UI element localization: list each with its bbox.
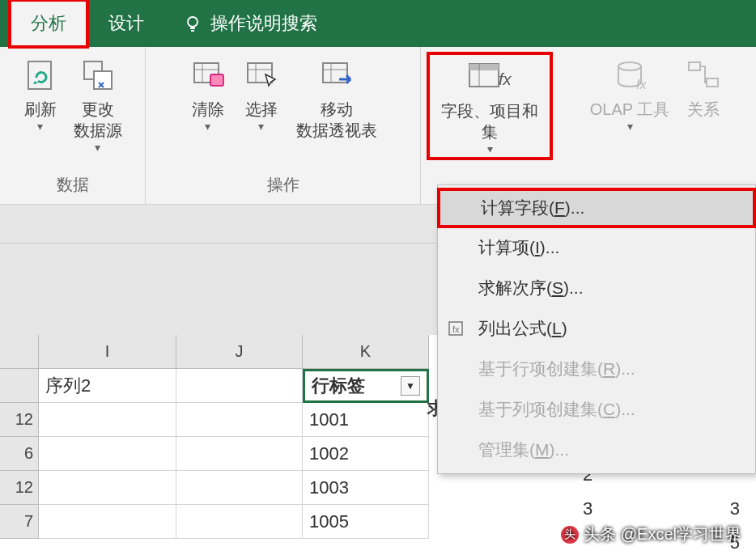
cell[interactable]: [39, 403, 176, 437]
watermark: 头 头条 @Excel学习世界: [561, 523, 741, 545]
cell[interactable]: [39, 505, 176, 539]
fields-icon: fx: [466, 57, 513, 97]
row-header[interactable]: 7: [0, 505, 39, 539]
menu-calculated-field[interactable]: 计算字段(F)...: [437, 188, 756, 228]
row-labels-text: 行标签: [312, 374, 365, 398]
relations-label: 关系: [687, 99, 720, 120]
chevron-down-icon: ▾: [205, 120, 210, 133]
cell[interactable]: [176, 403, 303, 437]
cell[interactable]: 1005: [303, 505, 429, 539]
cell[interactable]: 1001: [303, 403, 429, 437]
cell[interactable]: 3: [583, 498, 592, 519]
clear-label: 清除: [192, 99, 224, 120]
svg-text:fx: fx: [452, 324, 460, 334]
watermark-text: 头条 @Excel学习世界: [584, 523, 741, 545]
relations-icon: [686, 55, 721, 95]
move-icon: [318, 55, 355, 95]
fields-items-sets-button[interactable]: fx 字段、项目和 集 ▾: [427, 52, 553, 160]
svg-rect-20: [689, 62, 700, 70]
menu-create-row-set: 基于行项创建集(R)...: [438, 349, 755, 389]
svg-rect-7: [210, 74, 223, 86]
col-header-j[interactable]: J: [176, 335, 303, 369]
watermark-icon: 头: [561, 526, 579, 544]
svg-text:fx: fx: [499, 70, 512, 88]
filter-dropdown-icon[interactable]: ▼: [401, 376, 420, 396]
row-header[interactable]: 6: [0, 437, 39, 471]
row-header[interactable]: 12: [0, 471, 39, 505]
svg-text:fx: fx: [636, 78, 646, 91]
cell[interactable]: 3: [730, 498, 740, 519]
change-source-label: 更改 数据源: [74, 99, 122, 141]
chevron-down-icon: ▾: [627, 120, 633, 133]
cell[interactable]: [176, 437, 303, 471]
menu-solve-order[interactable]: 求解次序(S)...: [438, 268, 755, 308]
menu-calculated-item[interactable]: 计算项(I)...: [438, 227, 755, 268]
chevron-down-icon: ▾: [487, 142, 493, 155]
row-header[interactable]: [0, 369, 39, 403]
pivot-row-labels-cell[interactable]: 行标签 ▼: [303, 369, 429, 403]
olap-tools-button: fx OLAP 工具 ▾: [582, 52, 678, 136]
menu-manage-sets: 管理集(M)...: [438, 430, 755, 470]
select-icon: [243, 55, 280, 95]
refresh-icon: [23, 55, 57, 95]
move-pivot-button[interactable]: 移动 数据透视表: [288, 52, 385, 144]
svg-point-0: [188, 17, 197, 27]
select-button[interactable]: 选择 ▾: [235, 52, 288, 136]
cell[interactable]: [176, 369, 303, 403]
relationships-button: 关系: [677, 52, 729, 123]
cell[interactable]: [39, 471, 176, 505]
select-label: 选择: [245, 99, 278, 120]
lightbulb-icon: [183, 14, 202, 33]
col-header-k[interactable]: K: [303, 335, 429, 369]
group-label-data: 数据: [57, 171, 89, 201]
list-formulas-icon: fx: [448, 320, 464, 337]
col-header-i[interactable]: I: [39, 335, 176, 369]
tab-bar: 分析 设计 操作说明搜索: [0, 0, 756, 47]
clear-button[interactable]: 清除 ▾: [181, 52, 235, 136]
group-label-actions: 操作: [267, 171, 299, 201]
refresh-button[interactable]: 刷新 ▾: [15, 52, 66, 136]
data-source-icon: [81, 55, 115, 95]
tell-me-search[interactable]: 操作说明搜索: [210, 11, 317, 36]
refresh-label: 刷新: [24, 99, 57, 120]
tab-analyze[interactable]: 分析: [8, 0, 89, 49]
ribbon: 刷新 ▾ 更改 数据源 ▾ 数据 清除 ▾: [0, 47, 756, 205]
chevron-down-icon: ▾: [37, 120, 43, 133]
chevron-down-icon: ▾: [258, 120, 264, 133]
cell[interactable]: 1003: [303, 471, 429, 505]
cell[interactable]: [176, 471, 303, 505]
select-all-corner[interactable]: [0, 335, 39, 369]
cell[interactable]: 1002: [303, 437, 429, 471]
tab-design[interactable]: 设计: [89, 2, 164, 45]
svg-rect-1: [28, 61, 51, 89]
change-data-source-button[interactable]: 更改 数据源 ▾: [66, 52, 130, 157]
clear-icon: [189, 55, 227, 95]
chevron-down-icon: ▾: [95, 141, 100, 154]
svg-point-18: [618, 62, 641, 70]
row-header[interactable]: 12: [0, 403, 39, 437]
database-icon: fx: [614, 55, 646, 95]
menu-list-formulas[interactable]: fx 列出公式(L): [438, 308, 755, 349]
cell[interactable]: 序列2: [39, 369, 176, 403]
fields-dropdown-menu: 计算字段(F)... 计算项(I)... 求解次序(S)... fx 列出公式(…: [437, 184, 756, 474]
menu-create-col-set: 基于列项创建集(C)...: [438, 389, 755, 430]
olap-label: OLAP 工具: [590, 99, 670, 120]
fields-label: 字段、项目和 集: [441, 100, 538, 142]
cell[interactable]: [176, 505, 303, 539]
svg-rect-21: [707, 78, 718, 87]
move-label: 移动 数据透视表: [296, 99, 377, 141]
cell[interactable]: [39, 437, 176, 471]
svg-rect-15: [469, 64, 499, 70]
